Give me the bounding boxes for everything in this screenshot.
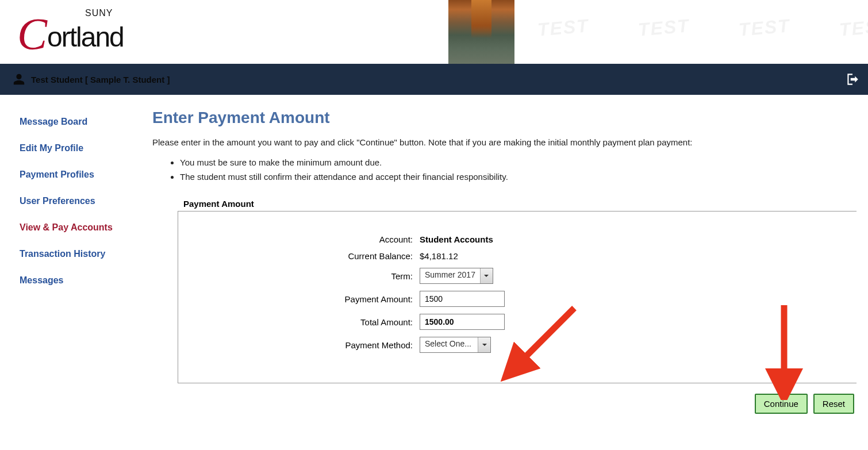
bullet-item: You must be sure to make the minimum amo… <box>180 155 857 170</box>
nav-edit-profile[interactable]: Edit My Profile <box>17 135 152 161</box>
header-banner-image <box>448 0 514 64</box>
payment-method-label: Payment Method: <box>190 340 420 350</box>
sidebar-nav: Message Board Edit My Profile Payment Pr… <box>17 109 152 294</box>
account-label: Account: <box>190 234 420 244</box>
term-label: Term: <box>190 271 420 281</box>
instruction-bullets: You must be sure to make the minimum amo… <box>180 155 857 184</box>
page-title: Enter Payment Amount <box>152 109 857 127</box>
current-balance-value: $4,181.12 <box>420 251 458 261</box>
nav-view-pay-accounts[interactable]: View & Pay Accounts <box>17 214 152 241</box>
nav-payment-profiles[interactable]: Payment Profiles <box>17 161 152 188</box>
term-select-value: Summer 2017 <box>420 268 480 283</box>
username-display: Test Student [ Sample T. Student ] <box>31 75 170 84</box>
current-balance-label: Current Balance: <box>190 251 420 261</box>
test-watermark: TEST <box>738 15 792 41</box>
test-watermark: TEST <box>537 15 590 41</box>
total-amount-input[interactable] <box>420 314 505 330</box>
test-watermark: TEST <box>839 15 868 41</box>
account-value: Student Accounts <box>420 234 493 244</box>
user-bar: Test Student [ Sample T. Student ] <box>0 64 868 95</box>
nav-messages[interactable]: Messages <box>17 267 152 294</box>
logout-icon[interactable] <box>845 72 860 87</box>
chevron-down-icon <box>478 337 490 352</box>
continue-button[interactable]: Continue <box>755 394 808 414</box>
main-content: Enter Payment Amount Please enter in the… <box>152 109 857 414</box>
chevron-down-icon <box>480 268 493 283</box>
total-amount-label: Total Amount: <box>190 317 420 327</box>
institution-logo: Cortland SUNY <box>17 6 124 57</box>
nav-user-preferences[interactable]: User Preferences <box>17 188 152 214</box>
bullet-item: The student must still confirm their att… <box>180 170 857 184</box>
fieldset-legend: Payment Amount <box>178 199 857 209</box>
payment-form: Account: Student Accounts Current Balanc… <box>178 211 857 383</box>
payment-method-select[interactable]: Select One... <box>420 337 491 353</box>
reset-button[interactable]: Reset <box>813 394 854 414</box>
payment-method-select-value: Select One... <box>420 337 478 352</box>
test-watermark: TEST <box>637 15 691 41</box>
nav-message-board[interactable]: Message Board <box>17 109 152 135</box>
header: Cortland SUNY TEST TEST TEST TEST <box>0 0 868 64</box>
nav-transaction-history[interactable]: Transaction History <box>17 241 152 267</box>
user-icon <box>13 73 25 86</box>
payment-amount-label: Payment Amount: <box>190 294 420 304</box>
term-select[interactable]: Summer 2017 <box>420 268 493 284</box>
page-instructions: Please enter in the amount you want to p… <box>152 137 857 147</box>
payment-amount-input[interactable] <box>420 291 505 307</box>
